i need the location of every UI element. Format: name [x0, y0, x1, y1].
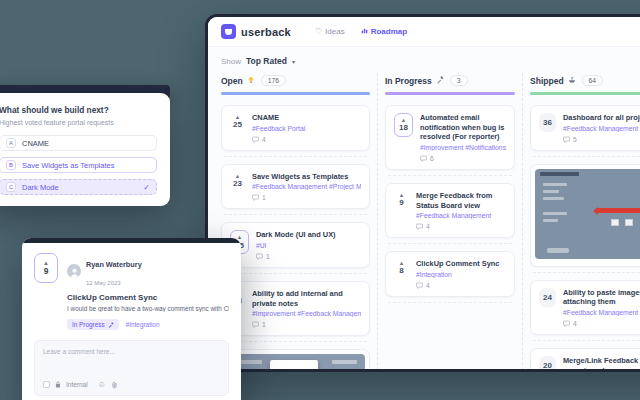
comment-count: 1: [252, 321, 361, 328]
detail-body: I would be great to have a two-way comme…: [67, 305, 229, 312]
poll-question: What should we build next?: [0, 105, 157, 115]
poll-option-b[interactable]: B Save Widgets as Templates: [0, 157, 157, 173]
feedback-card[interactable]: ▲ 15 Dark Mode (UI and UX) #UI 1: [221, 222, 370, 268]
chat-bubble-icon: [252, 321, 259, 328]
chat-bubble-icon: [563, 136, 570, 143]
card-tags[interactable]: #UI: [256, 242, 361, 249]
chat-bubble-icon: [252, 136, 259, 143]
card-tags[interactable]: #Feedback Management #Project Management…: [252, 183, 361, 190]
feedback-card-with-screenshot[interactable]: Undo/Redo Options for Screenshot Annotat…: [221, 349, 370, 372]
ship-icon: [568, 76, 576, 86]
chat-bubble-icon: [252, 194, 259, 201]
nav-item-roadmap[interactable]: Roadmap: [361, 27, 407, 36]
option-key-badge: B: [6, 160, 16, 170]
comment-input[interactable]: [43, 348, 220, 374]
card-title: Automated email notification when bug is…: [420, 113, 506, 142]
option-key-badge: C: [6, 182, 16, 192]
feedback-card[interactable]: 20 Merge/Link Feedback (Related to same …: [530, 348, 640, 372]
detail-tag[interactable]: #Integration: [126, 321, 160, 328]
card-title: Save Widgets as Templates: [252, 172, 361, 182]
comment-count: 6: [420, 155, 506, 162]
vote-box[interactable]: ▲ 23: [230, 172, 245, 189]
vote-box-voted[interactable]: ▲ 18: [394, 113, 413, 137]
check-icon: ✓: [143, 183, 150, 192]
feedback-card[interactable]: ▲ 25 CNAME #Feedback Portal 4: [221, 105, 370, 151]
card-tags[interactable]: #Feedback Management: [416, 212, 506, 219]
shipped-screenshot-card[interactable]: [530, 164, 640, 267]
sort-control[interactable]: Show Top Rated ▾: [221, 56, 640, 66]
tool-icon: [108, 322, 114, 328]
card-title: Ability to add internal and private note…: [252, 289, 361, 308]
internal-checkbox[interactable]: [43, 381, 50, 388]
comment-count: 1: [256, 253, 361, 260]
nav-item-ideas[interactable]: ♡ Ideas: [315, 27, 345, 36]
feedback-card[interactable]: ▲ 13 Ability to add internal and private…: [221, 281, 370, 336]
userback-logo-icon: [221, 24, 236, 39]
option-label: Save Widgets as Templates: [22, 161, 114, 170]
screenshot-annotated: [535, 169, 640, 259]
column-count-badge: 3: [450, 75, 468, 86]
poll-option-a[interactable]: A CNAME: [0, 135, 157, 151]
column-count-badge: 64: [582, 75, 604, 86]
poll-widget: What should we build next? Highest voted…: [0, 93, 170, 206]
paperclip-icon[interactable]: [111, 381, 118, 389]
feedback-card[interactable]: ▲ 23 Save Widgets as Templates #Feedback…: [221, 164, 370, 210]
detail-title: ClickUp Comment Sync: [67, 293, 229, 302]
feedback-form-mock: [270, 360, 317, 372]
column-in-progress-header: In Progress 3: [385, 73, 515, 92]
vote-count: 20: [543, 361, 552, 370]
column-open-header: Open 176: [221, 73, 370, 92]
vote-box[interactable]: ▲ 8: [394, 259, 409, 276]
status-badge: In Progress: [67, 319, 119, 330]
column-in-progress: In Progress 3 ▲ 18 Automated email notif…: [385, 73, 523, 372]
vote-box-shipped: 36: [539, 113, 556, 132]
vote-box-shipped: 20: [539, 356, 556, 372]
option-key-badge: A: [6, 138, 16, 148]
internal-label: Internal: [66, 381, 88, 388]
brand[interactable]: userback: [221, 24, 291, 39]
sort-value: Top Rated: [246, 56, 287, 66]
board-body: Show Top Rated ▾ Open 176 ▲ 25: [208, 47, 640, 372]
card-tags[interactable]: #Feedback Portal: [252, 125, 361, 132]
poll-option-c-selected[interactable]: C Dark Mode ✓: [0, 179, 157, 195]
vote-count: 23: [233, 179, 242, 188]
feedback-detail-panel: ▲ 9 Ryan Waterbury 12 May 2023 ClickUp C…: [22, 238, 241, 400]
vote-count: 24: [543, 293, 552, 302]
bulb-icon: [247, 76, 255, 86]
column-open-bar: [221, 92, 370, 95]
emoji-icon[interactable]: ☺: [98, 380, 106, 389]
card-title: Merge Feedback from Status Board view: [416, 191, 506, 210]
column-count-badge: 176: [261, 75, 286, 86]
feedback-card[interactable]: 36 Dashboard for all projects (global) #…: [530, 105, 640, 151]
card-tags[interactable]: #Improvement #Notifications: [420, 144, 506, 151]
feedback-card[interactable]: 24 Ability to paste images instead of at…: [530, 280, 640, 335]
card-tags[interactable]: #Feedback Management #Improvement: [563, 309, 640, 316]
card-title: Ability to paste images instead of attac…: [563, 288, 640, 307]
card-tags[interactable]: #Feedback Management: [563, 125, 640, 132]
column-title: Open: [221, 76, 243, 86]
feedback-card[interactable]: ▲ 9 Merge Feedback from Status Board vie…: [385, 183, 515, 238]
vote-box[interactable]: ▲ 9: [394, 191, 409, 208]
author-name[interactable]: Ryan Waterbury: [86, 260, 142, 269]
feedback-card[interactable]: ▲ 18 Automated email notification when b…: [385, 105, 515, 170]
vote-count: 8: [399, 266, 403, 275]
comment-box: Internal ☺: [34, 340, 229, 396]
column-title: In Progress: [385, 76, 432, 86]
column-shipped-header: Shipped 64: [530, 73, 640, 92]
option-label: Dark Mode: [22, 183, 59, 192]
card-tags[interactable]: #Integration: [416, 271, 506, 278]
card-tags[interactable]: #Improvement #Feedback Management #Notif…: [252, 310, 361, 317]
vote-box-shipped: 24: [539, 288, 556, 307]
avatar: [67, 264, 81, 278]
vote-box[interactable]: ▲ 9: [34, 253, 58, 283]
card-title: Dashboard for all projects (global): [563, 113, 640, 123]
main-nav: ♡ Ideas Roadmap: [315, 27, 407, 36]
vote-box[interactable]: ▲ 25: [230, 113, 245, 130]
feedback-card[interactable]: ▲ 8 ClickUp Comment Sync #Integration 4: [385, 251, 515, 297]
chat-bubble-icon: [416, 282, 423, 289]
comment-count: 4: [252, 136, 361, 143]
column-title: Shipped: [530, 76, 564, 86]
vote-count: 25: [233, 120, 242, 129]
tool-icon: [436, 76, 444, 86]
screenshot-thumbnail: [226, 354, 365, 372]
